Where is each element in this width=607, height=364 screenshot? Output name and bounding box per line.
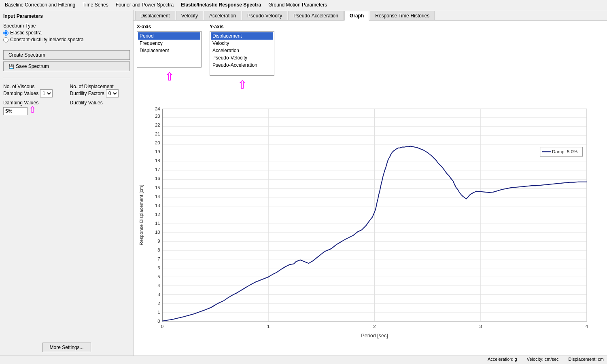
svg-text:2: 2 [373,324,376,329]
xaxis-box: X-axis Period Frequency Displacement ⇧ [137,24,202,91]
displacement-label1: No. of Displacement [70,84,114,89]
inelastic-spectra-row[interactable]: Constant-ductility inelastic spectra [3,37,130,42]
tab-acceleration[interactable]: Acceleration [204,11,241,20]
viscous-label2: Damping Values [3,91,38,96]
yaxis-item-pseudo-acceleration[interactable]: Pseudo-Acceleration [211,61,273,69]
yaxis-box: Y-axis Displacement Velocity Acceleratio… [210,24,274,91]
status-velocity: Velocity: cm/sec [527,357,559,362]
menu-elastic[interactable]: Elastic/Inelastic Response Spectra [178,1,264,9]
svg-text:8: 8 [157,248,160,252]
svg-text:0: 0 [157,319,160,324]
yaxis-arrow-icon: ⇧ [210,78,274,91]
svg-text:Period [sec]: Period [sec] [361,333,388,339]
damping-section: No. of Viscous Damping Values 1 2 3 Damp… [3,84,130,115]
xaxis-item-frequency[interactable]: Frequency [138,40,200,47]
main-container: Input Parameters Spectrum Type Elastic s… [0,10,607,356]
graph-content: X-axis Period Frequency Displacement ⇧ Y… [134,21,607,356]
tab-velocity[interactable]: Velocity [176,11,203,20]
more-settings-button[interactable]: More Settings... [42,343,91,352]
svg-text:16: 16 [155,176,160,181]
menu-baseline[interactable]: Baseline Correction and Filtering [2,1,79,9]
tab-graph[interactable]: Graph [344,11,369,21]
svg-text:22: 22 [155,123,160,127]
tab-pseudo-acceleration[interactable]: Pseudo-Acceleration [288,11,344,20]
svg-text:17: 17 [155,167,160,172]
top-menu-bar: Baseline Correction and Filtering Time S… [0,0,607,10]
viscous-select[interactable]: 1 2 3 [40,89,53,97]
svg-text:1: 1 [157,310,160,315]
viscous-label-row: No. of Viscous [3,84,64,89]
tab-response-time[interactable]: Response Time-Histories [370,11,435,20]
tab-bar: Displacement Velocity Acceleration Pseud… [134,10,607,21]
damping-left: No. of Viscous Damping Values 1 2 3 Damp… [3,84,64,115]
yaxis-item-acceleration[interactable]: Acceleration [211,47,273,54]
svg-text:3: 3 [157,292,160,297]
svg-text:3: 3 [480,324,482,329]
xaxis-arrow-icon: ⇧ [137,70,202,83]
elastic-spectra-row[interactable]: Elastic spectra [3,30,130,36]
status-displacement: Displacement: cm [569,357,604,362]
svg-text:11: 11 [155,221,160,226]
damping-input[interactable] [3,107,28,115]
tab-displacement[interactable]: Displacement [135,11,175,20]
svg-text:19: 19 [155,149,160,154]
spectrum-type-section: Spectrum Type Elastic spectra Constant-d… [3,23,130,44]
chart-svg: 0 1 2 3 4 5 6 7 8 9 10 11 12 13 14 15 16 [137,95,604,352]
yaxis-list[interactable]: Displacement Velocity Acceleration Pseud… [210,31,274,76]
spectrum-type-label: Spectrum Type [3,23,130,29]
xaxis-list[interactable]: Period Frequency Displacement [137,31,202,68]
svg-text:24: 24 [155,106,160,111]
svg-text:10: 10 [155,230,160,235]
menu-timeseries[interactable]: Time Series [79,1,112,9]
viscous-label1: No. of Viscous [3,84,34,89]
svg-text:Response Displacement [cm]: Response Displacement [cm] [139,185,144,245]
chart-area: 0 1 2 3 4 5 6 7 8 9 10 11 12 13 14 15 16 [137,95,604,352]
svg-text:Damp. 5.0%: Damp. 5.0% [552,149,577,154]
svg-text:6: 6 [157,265,160,270]
ductility-label: Ductility Values [70,100,130,106]
yaxis-label: Y-axis [210,24,274,30]
create-spectrum-button[interactable]: Create Spectrum [3,50,130,60]
damping-arrow-icon: ⇧ [29,106,36,114]
svg-text:13: 13 [155,203,160,208]
xaxis-label: X-axis [137,24,202,30]
displacement-label2-row: Ductility Factors 0 1 2 [70,89,130,97]
elastic-radio[interactable] [3,30,8,36]
inelastic-label: Constant-ductility inelastic spectra [10,37,83,42]
svg-text:4: 4 [157,283,160,288]
svg-text:9: 9 [157,239,160,243]
svg-text:15: 15 [155,185,160,190]
viscous-label2-row: Damping Values 1 2 3 [3,89,64,97]
svg-text:23: 23 [155,114,160,119]
tab-pseudo-velocity[interactable]: Pseudo-Velocity [242,11,287,20]
status-bar: Acceleration: g Velocity: cm/sec Displac… [0,356,607,362]
save-spectrum-button[interactable]: 💾 Save Spectrum [3,61,130,71]
svg-text:1: 1 [267,324,270,329]
svg-text:21: 21 [155,131,160,136]
button-group: Create Spectrum 💾 Save Spectrum [3,50,130,71]
menu-groundmotion[interactable]: Ground Motion Parameters [265,1,330,9]
displacement-label-row: No. of Displacement [70,84,130,89]
svg-text:4: 4 [586,324,588,329]
floppy-icon: 💾 [8,64,14,69]
right-panel: Displacement Velocity Acceleration Pseud… [134,10,607,356]
displacement-select[interactable]: 0 1 2 [106,89,119,97]
section-title: Input Parameters [3,13,130,19]
left-panel: Input Parameters Spectrum Type Elastic s… [0,10,134,356]
axis-selection: X-axis Period Frequency Displacement ⇧ Y… [137,24,604,91]
yaxis-item-pseudo-velocity[interactable]: Pseudo-Velocity [211,54,273,61]
damping-right: No. of Displacement Ductility Factors 0 … [70,84,130,115]
svg-text:2: 2 [157,301,160,306]
status-acceleration: Acceleration: g [488,357,517,362]
svg-text:20: 20 [155,140,160,145]
svg-text:7: 7 [157,256,160,261]
svg-text:14: 14 [155,194,160,199]
yaxis-item-displacement[interactable]: Displacement [211,32,273,40]
xaxis-item-period[interactable]: Period [138,32,200,40]
menu-fourier[interactable]: Fourier and Power Spectra [112,1,177,9]
inelastic-radio[interactable] [3,37,8,42]
svg-text:12: 12 [155,212,160,217]
displacement-label2: Ductility Factors [70,91,104,96]
yaxis-item-velocity[interactable]: Velocity [211,40,273,47]
xaxis-item-displacement[interactable]: Displacement [138,47,200,54]
